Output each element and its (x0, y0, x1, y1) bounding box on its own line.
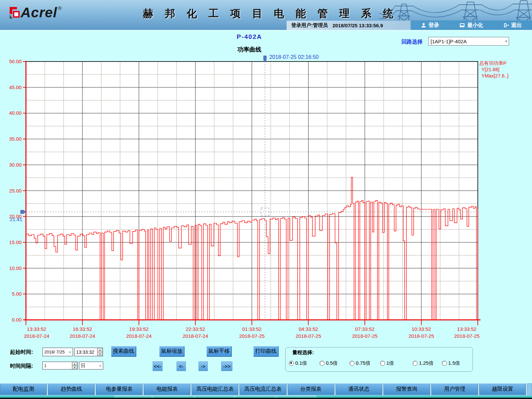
curve-title: 功率曲线 (200, 46, 299, 54)
acrel-logo-icon (9, 5, 21, 19)
clock-spin-buttons: ▲ ▼ (97, 348, 102, 356)
x-tick-time-label: 07:33:52 (355, 326, 374, 332)
y-tick-label: 50.00 (9, 59, 22, 64)
y-tick-label: 40.00 (9, 110, 22, 116)
legend-series-name: 总有功功率P (479, 60, 532, 66)
x-tick-date-label: 2018-07-25 (454, 333, 480, 339)
spin-up-icon[interactable]: ▲ (97, 348, 102, 352)
range-select-label: 量程选择: (292, 349, 314, 356)
tab-bar-scroll[interactable] (527, 383, 532, 395)
exit-button[interactable]: 退出 (503, 22, 522, 29)
logo-registered-mark: ® (58, 5, 62, 11)
legend-ymax-readout: YMax[27.6..] (479, 73, 532, 79)
spin-down-icon[interactable]: ▼ (72, 366, 77, 369)
x-tick-time-label: 19:33:52 (129, 326, 149, 332)
y-tick-label: 15.00 (9, 239, 22, 245)
x-tick-time-label: 10:33:52 (412, 326, 431, 332)
start-date-picker[interactable]: 2018/ 7/25 ˅ (42, 347, 73, 356)
start-clock-spinner[interactable]: 13:33:32 ▲ ▼ (74, 347, 103, 356)
radio-icon[interactable] (320, 361, 325, 366)
tab-alarm-query[interactable]: 报警查询 (383, 383, 430, 395)
tab-trend-curve[interactable]: 趋势曲线 (48, 383, 95, 395)
spin-up-icon[interactable]: ▲ (72, 362, 77, 366)
x-tick-time-label: 13:33:52 (27, 326, 46, 332)
header-datetime: 2018/07/25 13:33:56.9 (332, 23, 383, 28)
range-options-row: 0.1倍 0.5倍 0.75倍 1倍 1.25倍 1.5倍 (289, 360, 468, 366)
radio-icon[interactable] (380, 361, 385, 366)
tab-comm-status[interactable]: 通讯状态 (335, 383, 382, 395)
bottom-edge (0, 398, 532, 399)
start-clock-value: 13:33:32 (75, 349, 97, 355)
x-tick-time-label: 16:33:52 (73, 326, 92, 332)
spin-down-icon[interactable]: ▼ (97, 352, 102, 356)
loop-select-dropdown[interactable]: [1AP1-1]P-402A ˅ (428, 37, 509, 46)
tab-hv-energy-summary[interactable]: 高压电能汇总表 (192, 383, 238, 395)
app-title: 赫 邦 化 工 项 目 电 能 管 理 系 统 (143, 7, 389, 21)
range-option-1x[interactable]: 1倍 (380, 360, 413, 366)
login-button[interactable]: 登录 (421, 22, 439, 29)
cursor-pin-icon[interactable] (264, 56, 266, 60)
cursor-timestamp-label: 2018-07-25 02:16:50 (269, 54, 319, 60)
x-tick-date-label: 2018-07-24 (70, 333, 95, 339)
x-tick-date-label: 2018-07-25 (239, 333, 265, 339)
range-option-0.1x[interactable]: 0.1倍 (289, 360, 320, 366)
y-tick-label: 0.00 (12, 317, 22, 323)
tab-hv-current-summary[interactable]: 高压电流汇总表 (239, 383, 286, 395)
interval-label: 时间间隔: (10, 363, 33, 370)
x-tick-time-label: 22:33:52 (186, 326, 205, 332)
tab-energy-report[interactable]: 电能报表 (144, 383, 191, 395)
search-curve-button[interactable]: 搜索曲线 (111, 346, 136, 356)
y-tick-label: 25.00 (9, 188, 22, 194)
x-tick-time-label: 04:33:52 (299, 326, 318, 332)
radio-icon[interactable] (442, 361, 447, 366)
chevron-down-icon: ˅ (98, 364, 103, 368)
tab-limit-settings[interactable]: 越限设置 (479, 383, 526, 395)
y-tick-label: 45.00 (9, 84, 22, 90)
print-curve-button[interactable]: 打印曲线 (253, 346, 278, 356)
tab-parameter-report[interactable]: 电参量报表 (96, 383, 143, 395)
chart-plot-area[interactable] (26, 62, 478, 320)
header-buttons: 登录 最小化 退出 (411, 21, 532, 30)
range-option-1.5x[interactable]: 1.5倍 (442, 360, 468, 366)
pan-right-button[interactable]: -> (199, 361, 208, 371)
range-option-0.75x[interactable]: 0.75倍 (349, 360, 380, 366)
interval-input[interactable]: 1 ▲ ▼ (42, 361, 78, 370)
x-tick-date-label: 2018-07-25 (296, 333, 321, 339)
minimize-button[interactable]: 最小化 (460, 22, 483, 29)
header-bar: Acrel ® 赫 邦 化 工 项 目 电 能 管 理 系 统 登录用户:管理员… (0, 0, 532, 31)
tab-category-report[interactable]: 分类报表 (288, 383, 334, 395)
mouse-zoom-button[interactable]: 鼠标缩放 (159, 346, 184, 356)
chevron-down-icon: ˅ (505, 39, 507, 44)
loop-select-value: [1AP1-1]P-402A (431, 39, 466, 44)
radio-icon[interactable] (289, 361, 294, 366)
chevron-down-icon: ˅ (67, 350, 72, 354)
x-tick-date-label: 2018-07-25 (409, 333, 434, 339)
pan-far-left-button[interactable]: <<- (153, 361, 163, 371)
cursor-axis-marker-icon[interactable] (21, 210, 26, 213)
start-time-label: 起始时间: (10, 349, 33, 356)
y-tick-label: 5.00 (12, 291, 22, 297)
x-tick-time-label: 13:33:52 (457, 326, 476, 332)
range-option-1.25x[interactable]: 1.25倍 (413, 360, 442, 366)
tab-user-management[interactable]: 用户管理 (431, 383, 478, 395)
loop-select-label: 回路选择 (401, 39, 423, 46)
tab-distribution-monitor[interactable]: 配电监测 (0, 383, 47, 395)
pan-left-button[interactable]: <- (177, 361, 186, 371)
range-option-0.5x[interactable]: 0.5倍 (320, 360, 349, 366)
x-tick-date-label: 2018-07-24 (183, 333, 208, 339)
radio-icon[interactable] (349, 361, 354, 366)
start-date-value: 2018/ 7/25 (43, 349, 67, 354)
radio-icon[interactable] (413, 361, 418, 366)
interval-unit-dropdown[interactable]: 日 ˅ (79, 361, 103, 370)
chart-legend: 总有功功率P Y[21.88] YMax[27.6..] (479, 60, 532, 79)
y-tick-label: 20.00 (9, 213, 22, 219)
mouse-pan-button[interactable]: 鼠标平移 (206, 346, 231, 356)
x-tick-date-label: 2018-07-24 (126, 333, 152, 339)
login-user-label: 登录用户:管理员 (291, 22, 328, 29)
pan-far-right-button[interactable]: ->> (221, 361, 232, 371)
bottom-nav-bar: 配电监测 趋势曲线 电参量报表 电能报表 高压电能汇总表 高压电流汇总表 分类报… (0, 383, 532, 395)
user-icon (421, 23, 426, 28)
range-select-group: 量程选择: 0.1倍 0.5倍 0.75倍 1倍 1.25倍 (285, 347, 473, 372)
interval-spin-buttons: ▲ ▼ (72, 362, 77, 369)
x-tick-time-label: 01:33:52 (242, 326, 261, 332)
